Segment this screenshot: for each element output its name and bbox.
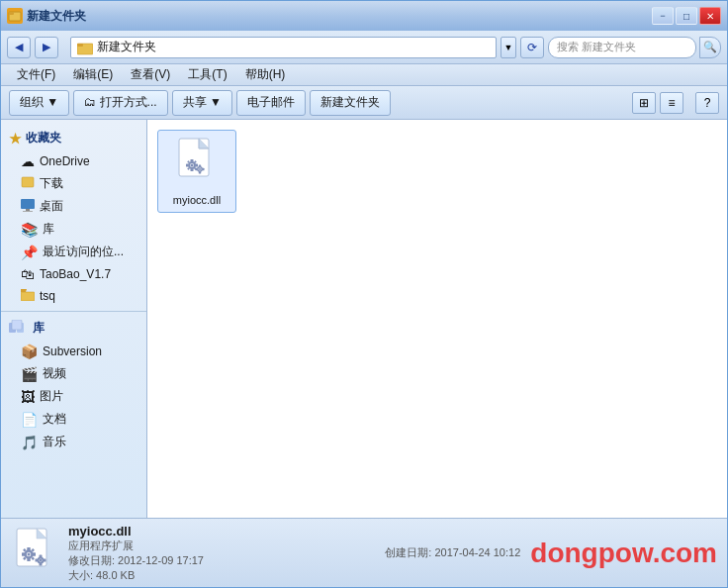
close-button[interactable]: ✕ (699, 7, 721, 25)
refresh-button[interactable]: ⟳ (520, 37, 544, 58)
svg-rect-5 (21, 199, 35, 209)
svg-point-18 (191, 164, 194, 167)
svg-rect-21 (186, 164, 189, 167)
sidebar-item-subversion[interactable]: 📦 Subversion (1, 341, 146, 362)
svg-rect-49 (36, 558, 39, 561)
menu-bar: 文件(F) 编辑(E) 查看(V) 工具(T) 帮助(H) (1, 64, 727, 86)
address-dropdown[interactable]: ▼ (500, 37, 516, 58)
view-details-button[interactable]: ≡ (660, 92, 683, 114)
sidebar-item-onedrive[interactable]: ☁ OneDrive (1, 150, 146, 172)
lib-icon (9, 320, 29, 337)
svg-rect-32 (203, 168, 205, 170)
music-icon: 🎵 (21, 435, 38, 450)
sidebar-item-label: OneDrive (40, 154, 90, 168)
documents-icon: 📄 (21, 412, 38, 428)
onedrive-icon: ☁ (21, 153, 35, 169)
organize-button[interactable]: 组织 ▼ (9, 90, 69, 116)
address-bar: ◀ ▶ 新建文件夹 ▼ ⟳ 搜索 新建文件夹 🔍 (1, 31, 727, 64)
svg-rect-48 (40, 563, 43, 566)
sidebar-item-taobao[interactable]: 🛍 TaoBao_V1.7 (1, 263, 146, 285)
library-icon: 📚 (21, 222, 38, 238)
toolbar: 组织 ▼ 🗂 打开方式... 共享 ▼ 电子邮件 新建文件夹 ⊞ ≡ ? (1, 86, 727, 120)
menu-help[interactable]: 帮助(H) (237, 64, 294, 85)
svg-rect-30 (199, 172, 201, 174)
forward-button[interactable]: ▶ (35, 37, 58, 58)
library-label: 库 (33, 320, 45, 337)
subversion-icon: 📦 (21, 343, 38, 359)
svg-rect-4 (22, 177, 34, 187)
svg-rect-7 (23, 211, 33, 212)
svg-rect-40 (33, 552, 36, 555)
window-controls: － □ ✕ (652, 7, 721, 25)
file-item-dll[interactable]: myiocc.dll (157, 130, 236, 213)
sidebar-library-header[interactable]: 库 (1, 316, 146, 341)
downloads-icon (21, 175, 35, 192)
file-name-label: myiocc.dll (173, 194, 221, 206)
menu-view[interactable]: 查看(V) (123, 64, 178, 85)
menu-edit[interactable]: 编辑(E) (65, 64, 121, 85)
status-file-icon (11, 527, 58, 580)
sidebar-item-recent[interactable]: 📌 最近访问的位... (1, 241, 146, 263)
svg-rect-29 (199, 165, 201, 167)
sidebar-item-label: 最近访问的位... (43, 244, 124, 260)
window-icon (7, 8, 23, 24)
svg-rect-31 (196, 168, 198, 170)
share-button[interactable]: 共享 ▼ (172, 90, 232, 116)
sidebar-item-label: 音乐 (43, 434, 66, 450)
sidebar-item-label: 桌面 (40, 198, 63, 215)
maximize-button[interactable]: □ (676, 7, 697, 25)
svg-rect-38 (27, 558, 30, 561)
svg-rect-6 (26, 209, 30, 211)
sidebar-item-downloads[interactable]: 下载 (1, 172, 146, 195)
sidebar-item-desktop[interactable]: 桌面 (1, 195, 146, 218)
status-filetype: 应用程序扩展 (68, 539, 345, 553)
toolbar-right: ⊞ ≡ ? (632, 92, 719, 114)
sidebar-item-video[interactable]: 🎬 视频 (1, 362, 146, 385)
desktop-icon (21, 198, 35, 215)
recent-icon: 📌 (21, 245, 38, 260)
status-filename: myiocc.dll (68, 524, 345, 539)
svg-rect-39 (22, 552, 25, 555)
help-button[interactable]: ? (695, 92, 719, 114)
status-created: 创建日期: 2017-04-24 10:12 (385, 545, 520, 560)
svg-point-28 (199, 168, 201, 170)
menu-tools[interactable]: 工具(T) (180, 64, 234, 85)
pictures-icon: 🖼 (21, 389, 35, 405)
title-bar: 新建文件夹 － □ ✕ (1, 1, 727, 31)
taobao-icon: 🛍 (21, 266, 35, 282)
menu-file[interactable]: 文件(F) (9, 64, 63, 85)
search-placeholder: 搜索 新建文件夹 (557, 40, 636, 54)
sidebar-item-label: Subversion (43, 344, 102, 358)
status-file-info: myiocc.dll 应用程序扩展 修改日期: 2012-12-09 17:17… (68, 524, 345, 583)
dll-file-icon (173, 137, 221, 190)
minimize-button[interactable]: － (652, 7, 674, 25)
sidebar-item-pictures[interactable]: 🖼 图片 (1, 385, 146, 408)
address-path[interactable]: 新建文件夹 (70, 37, 497, 58)
sidebar-item-label: TaoBao_V1.7 (40, 267, 111, 281)
back-button[interactable]: ◀ (7, 37, 31, 58)
svg-rect-1 (9, 12, 14, 15)
sidebar-favorites-header[interactable]: ★ 收藏夹 (1, 126, 146, 150)
sidebar-item-music[interactable]: 🎵 音乐 (1, 431, 146, 453)
svg-rect-22 (196, 164, 199, 167)
sidebar-item-label: 文档 (43, 411, 66, 428)
status-bar: myiocc.dll 应用程序扩展 修改日期: 2012-12-09 17:17… (1, 518, 727, 587)
email-button[interactable]: 电子邮件 (236, 90, 306, 116)
new-folder-button[interactable]: 新建文件夹 (310, 90, 391, 116)
sidebar-item-label: 下载 (40, 175, 63, 192)
svg-rect-37 (27, 547, 30, 550)
search-box[interactable]: 搜索 新建文件夹 (548, 37, 696, 58)
open-with-button[interactable]: 🗂 打开方式... (73, 90, 167, 116)
file-area[interactable]: myiocc.dll (147, 120, 727, 518)
sidebar-item-library[interactable]: 📚 库 (1, 218, 146, 241)
view-large-icon-button[interactable]: ⊞ (632, 92, 656, 114)
sidebar-item-tsq[interactable]: tsq (1, 285, 146, 307)
status-modified: 修改日期: 2012-12-09 17:17 (68, 553, 345, 568)
svg-rect-50 (44, 558, 46, 561)
main-area: ★ 收藏夹 ☁ OneDrive 下载 (1, 120, 727, 518)
watermark-text: dongpow.com (530, 538, 717, 569)
sidebar: ★ 收藏夹 ☁ OneDrive 下载 (1, 120, 147, 518)
search-button[interactable]: 🔍 (699, 37, 721, 58)
explorer-window: 新建文件夹 － □ ✕ ◀ ▶ 新建文件夹 ▼ ⟳ 搜索 新建文件夹 🔍 文件(… (0, 0, 728, 588)
sidebar-item-documents[interactable]: 📄 文档 (1, 408, 146, 431)
